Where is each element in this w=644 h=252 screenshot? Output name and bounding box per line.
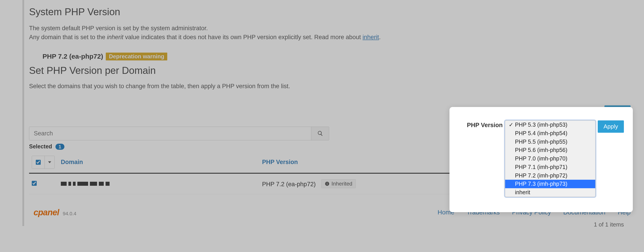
search-icon — [317, 130, 323, 136]
dropdown-option[interactable]: PHP 7.3 (imh-php73) — [505, 180, 595, 188]
per-domain-instructions: Select the domains that you wish to chan… — [29, 83, 630, 90]
search-input[interactable] — [29, 127, 311, 140]
apply-button-hl[interactable]: Apply — [598, 120, 624, 133]
selected-label: Selected — [29, 143, 52, 149]
desc2-inherit-em: inherit — [107, 34, 124, 41]
per-domain-heading: Set PHP Version per Domain — [29, 65, 630, 76]
col-domain[interactable]: Domain — [58, 152, 260, 173]
system-php-heading: System PHP Version — [29, 6, 630, 18]
svg-rect-1 — [327, 183, 327, 185]
chevron-down-icon — [48, 161, 51, 164]
info-icon — [325, 181, 330, 186]
items-count-hl: 1 of 1 items — [458, 221, 624, 228]
row-checkbox[interactable] — [32, 181, 37, 186]
dropdown-option[interactable]: PHP 7.2 (imh-php72) — [505, 171, 595, 180]
cpanel-version: 94.0.4 — [62, 211, 76, 217]
deprecation-warning-badge: Deprecation warning — [106, 53, 167, 60]
dropdown-option[interactable]: PHP 5.6 (imh-php56) — [505, 146, 595, 154]
system-php-desc-2: Any domain that is set to the inherit va… — [29, 33, 630, 41]
dropdown-option[interactable]: PHP 7.0 (imh-php70) — [505, 154, 595, 163]
cell-domain — [58, 173, 260, 194]
left-border-stripe — [22, 0, 24, 226]
php-version-dropdown[interactable]: PHP 5.3 (imh-php53)PHP 5.4 (imh-php54)PH… — [505, 120, 596, 197]
dropdown-option[interactable]: PHP 5.5 (imh-php55) — [505, 138, 595, 146]
php-version-picker-label-hl: PHP Version — [467, 122, 503, 129]
desc2-pre: Any domain that is set to the — [29, 34, 107, 41]
footer-left: cPanel 94.0.4 — [34, 208, 76, 217]
inherited-badge: Inherited — [321, 179, 356, 188]
desc2-post: . — [379, 34, 381, 41]
select-all-checkbox[interactable] — [36, 160, 41, 165]
row-php-version: PHP 7.2 (ea-php72) — [262, 181, 316, 187]
selected-indicator: Selected 1 — [29, 143, 64, 150]
system-php-desc-1: The system default PHP version is set by… — [29, 24, 630, 32]
dropdown-option[interactable]: inherit — [505, 188, 595, 197]
system-php-version: PHP 7.2 (ea-php72) — [42, 53, 103, 60]
inherited-label: Inherited — [332, 181, 352, 187]
col-select — [29, 152, 58, 173]
system-php-version-row: PHP 7.2 (ea-php72) Deprecation warning — [42, 53, 630, 60]
dropdown-option[interactable]: PHP 7.1 (imh-php71) — [505, 163, 595, 171]
desc2-mid: value indicates that it does not have it… — [124, 34, 363, 41]
dropdown-option[interactable]: PHP 5.3 (imh-php53) — [505, 121, 595, 129]
redacted-domain — [61, 182, 110, 186]
selected-count-badge: 1 — [56, 144, 64, 150]
tour-highlight-content: PHP Version PHP 5.3 (imh-php53)PHP 5.4 (… — [450, 107, 633, 212]
search-button[interactable] — [311, 127, 329, 140]
select-all-dropdown[interactable] — [44, 156, 54, 168]
svg-rect-2 — [327, 183, 327, 183]
inherit-link[interactable]: inherit — [362, 34, 379, 41]
search-group — [29, 127, 329, 140]
cpanel-logo: cPanel — [34, 208, 59, 217]
dropdown-option[interactable]: PHP 5.4 (imh-php54) — [505, 129, 595, 138]
